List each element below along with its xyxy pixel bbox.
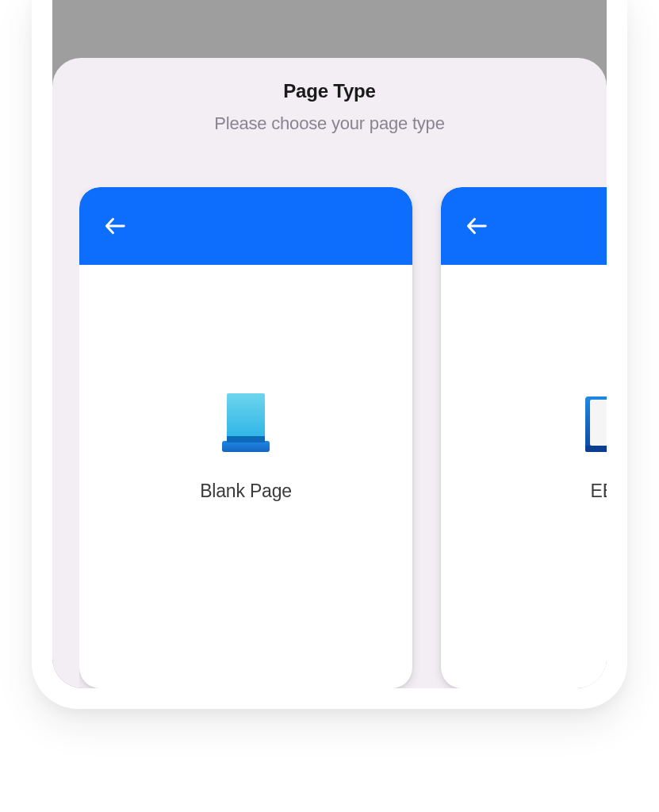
svg-rect-2 — [222, 441, 270, 452]
page-type-sheet: Page Type Please choose your page type — [52, 58, 607, 688]
sheet-title: Page Type — [52, 80, 607, 102]
back-arrow-icon[interactable] — [463, 213, 490, 239]
option-label: EBo — [591, 481, 607, 502]
page-type-options[interactable]: Blank Page — [79, 187, 607, 688]
page-type-option-ebook[interactable]: EBo — [441, 187, 607, 688]
option-card-header — [79, 187, 412, 265]
svg-rect-1 — [227, 393, 265, 441]
option-card-body: EBo — [441, 265, 607, 688]
blank-page-icon — [213, 389, 278, 462]
ebook-icon — [575, 389, 607, 462]
option-label: Blank Page — [200, 481, 292, 502]
sheet-subtitle: Please choose your page type — [52, 113, 607, 134]
back-arrow-icon[interactable] — [102, 213, 128, 239]
svg-rect-6 — [590, 400, 607, 446]
svg-rect-3 — [227, 436, 265, 442]
page-type-option-blank[interactable]: Blank Page — [79, 187, 412, 688]
option-card-header — [441, 187, 607, 265]
screen-area: Page Type Please choose your page type — [52, 0, 607, 688]
option-card-body: Blank Page — [79, 265, 412, 688]
svg-rect-7 — [585, 446, 607, 452]
device-frame: Page Type Please choose your page type — [32, 0, 627, 709]
